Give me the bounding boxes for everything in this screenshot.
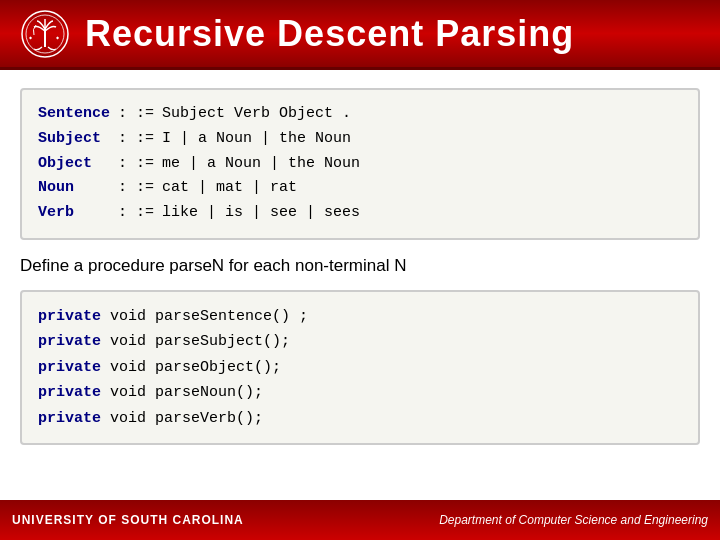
code-box: private void parseSentence() ;private vo… [20,290,700,446]
code-line: private void parseObject(); [38,355,682,381]
grammar-rule: Subject Verb Object . [162,102,682,127]
grammar-sym: : := [118,127,162,152]
code-rest: void parseVerb(); [101,410,263,427]
grammar-sym: : := [118,152,162,177]
grammar-rule: like | is | see | sees [162,201,682,226]
grammar-keyword: Object [38,152,118,177]
grammar-keyword: Verb [38,201,118,226]
footer-university: UNIVERSITY OF SOUTH CAROLINA [12,513,244,527]
code-line: private void parseVerb(); [38,406,682,432]
code-line: private void parseSubject(); [38,329,682,355]
code-keyword: private [38,384,101,401]
code-rest: void parseSentence() ; [101,308,308,325]
usc-logo: ◆ ◆ [20,9,70,59]
grammar-rule: cat | mat | rat [162,176,682,201]
header: ◆ ◆ Recursive Descent Parsing [0,0,720,70]
code-line: private void parseNoun(); [38,380,682,406]
grammar-rule: me | a Noun | the Noun [162,152,682,177]
grammar-keyword: Sentence [38,102,118,127]
footer: UNIVERSITY OF SOUTH CAROLINA Department … [0,500,720,540]
grammar-keyword: Subject [38,127,118,152]
code-keyword: private [38,359,101,376]
code-keyword: private [38,333,101,350]
description-text: Define a procedure parseN for each non-t… [20,256,700,276]
code-keyword: private [38,410,101,427]
grammar-sym: : := [118,176,162,201]
svg-text:◆: ◆ [56,35,60,40]
grammar-sym: : := [118,201,162,226]
main-content: Sentence : := Subject Verb Object .Subje… [0,70,720,500]
footer-department: Department of Computer Science and Engin… [439,513,708,527]
grammar-sym: : := [118,102,162,127]
code-line: private void parseSentence() ; [38,304,682,330]
svg-text:◆: ◆ [29,35,33,40]
code-rest: void parseNoun(); [101,384,263,401]
grammar-rule: I | a Noun | the Noun [162,127,682,152]
grammar-keyword: Noun [38,176,118,201]
grammar-box: Sentence : := Subject Verb Object .Subje… [20,88,700,240]
code-rest: void parseSubject(); [101,333,290,350]
grammar-table: Sentence : := Subject Verb Object .Subje… [38,102,682,226]
code-rest: void parseObject(); [101,359,281,376]
page-title: Recursive Descent Parsing [85,13,574,55]
code-keyword: private [38,308,101,325]
